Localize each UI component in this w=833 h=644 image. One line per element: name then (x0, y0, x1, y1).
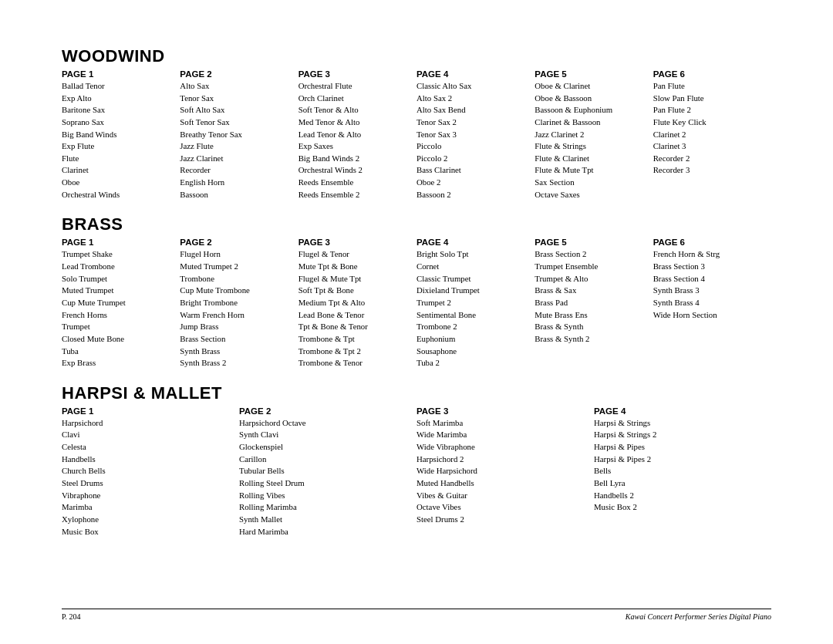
page-label-harpsi-mallet-4: PAGE 4 (594, 406, 764, 416)
list-item: Piccolo 2 (416, 153, 527, 165)
list-item: Wide Horn Section (653, 309, 764, 322)
list-item: Soft Marimba (416, 417, 586, 430)
list-item: Exp Alto (62, 93, 172, 105)
list-item: Soft Tenor Sax (180, 116, 290, 129)
list-item: Alto Sax (180, 80, 290, 93)
list-item: Clarinet & Bassoon (535, 116, 645, 129)
list-item: Flute Key Click (653, 116, 764, 129)
list-item: Cornet (416, 261, 527, 273)
list-item: Orch Clarinet (298, 93, 409, 105)
list-item: Sax Section (535, 177, 645, 189)
list-item: Oboe 2 (416, 177, 527, 189)
page-label-woodwind-5: PAGE 5 (535, 69, 645, 79)
columns-woodwind: PAGE 1Ballad TenorExp AltoBaritone SaxSo… (62, 69, 771, 201)
list-item: Trombone (180, 273, 290, 285)
list-item: Brass & Sax (535, 285, 645, 297)
col-woodwind-1: PAGE 1Ballad TenorExp AltoBaritone SaxSo… (62, 69, 180, 201)
page-label-harpsi-mallet-3: PAGE 3 (416, 406, 586, 416)
page-label-harpsi-mallet-2: PAGE 2 (239, 406, 409, 416)
list-item: Clarinet (62, 164, 172, 177)
list-item: Muted Handbells (416, 477, 586, 490)
list-item: Brass Pad (535, 297, 645, 309)
section-title-woodwind: WOODWIND (62, 46, 771, 66)
col-harpsi-mallet-2: PAGE 2Harpsichord OctaveSynth ClaviGlock… (239, 406, 416, 538)
col-woodwind-5: PAGE 5Oboe & ClarinetOboe & BassoonBasso… (535, 69, 653, 201)
list-item: Tenor Sax 3 (416, 129, 527, 141)
list-item: Big Band Winds (62, 129, 172, 141)
list-item: Soft Tenor & Alto (298, 104, 409, 116)
list-item: Music Box (62, 526, 231, 538)
list-item: Bright Solo Tpt (416, 248, 527, 261)
list-item: Lead Trombone (62, 261, 172, 273)
list-item: Bassoon (180, 189, 290, 201)
list-item: Marimba (62, 501, 231, 514)
page-label-woodwind-2: PAGE 2 (180, 69, 290, 79)
list-item: Orchestral Flute (298, 80, 409, 93)
list-item: Celesta (62, 441, 231, 453)
list-item: Euphonium (416, 333, 527, 346)
section-title-brass: BRASS (62, 214, 771, 234)
list-item: Soft Tpt & Bone (298, 285, 409, 297)
list-item: Jazz Flute (180, 140, 290, 153)
list-item: Ballad Tenor (62, 80, 172, 93)
list-item: Brass & Synth (535, 321, 645, 333)
list-item: Lead Bone & Tenor (298, 309, 409, 322)
list-item: Breathy Tenor Sax (180, 129, 290, 141)
list-item: Hard Marimba (239, 526, 409, 538)
list-item: Rolling Vibes (239, 490, 409, 502)
list-item: Reeds Ensemble 2 (298, 189, 409, 201)
col-woodwind-4: PAGE 4Classic Alto SaxAlto Sax 2Alto Sax… (416, 69, 535, 201)
list-item: Pan Flute 2 (653, 104, 764, 116)
list-item: Carillon (239, 453, 409, 466)
list-item: Alto Sax 2 (416, 93, 527, 105)
list-item: Orchestral Winds (62, 189, 172, 201)
page-label-brass-2: PAGE 2 (180, 238, 290, 247)
list-item: Slow Pan Flute (653, 93, 764, 105)
page-label-woodwind-1: PAGE 1 (62, 69, 172, 79)
list-item: Oboe & Bassoon (535, 93, 645, 105)
list-item: Harpsi & Strings 2 (594, 429, 764, 441)
col-brass-6: PAGE 6French Horn & StrgBrass Section 3B… (653, 238, 771, 369)
list-item: Vibraphone (62, 490, 231, 502)
list-item: Wide Harpsichord (416, 465, 586, 477)
list-item: Music Box 2 (594, 501, 764, 514)
list-item: Piccolo (416, 140, 527, 153)
list-item: Vibes & Guitar (416, 490, 586, 502)
list-item: Oboe (62, 177, 172, 189)
list-item: Flute & Mute Tpt (535, 164, 645, 177)
list-item: Harpsichord 2 (416, 453, 586, 466)
list-item: Dixieland Trumpet (416, 285, 527, 297)
list-item: Orchestral Winds 2 (298, 164, 409, 177)
list-item: Trombone & Tpt (298, 333, 409, 346)
list-item: Church Bells (62, 465, 231, 477)
list-item: Classic Alto Sax (416, 80, 527, 93)
list-item: Muted Trumpet (62, 285, 172, 297)
list-item: French Horn & Strg (653, 248, 764, 261)
list-item: Clavi (62, 429, 231, 441)
list-item: Brass Section 4 (653, 273, 764, 285)
columns-harpsi-mallet: PAGE 1HarpsichordClaviCelestaHandbellsCh… (62, 406, 771, 538)
list-item: Trumpet & Alto (535, 273, 645, 285)
page-label-woodwind-4: PAGE 4 (416, 69, 527, 79)
list-item: French Horns (62, 309, 172, 322)
list-item: Synth Clavi (239, 429, 409, 441)
list-item: Xylophone (62, 514, 231, 526)
col-brass-3: PAGE 3Flugel & TenorMute Tpt & BoneFluge… (298, 238, 416, 369)
list-item: Alto Sax Bend (416, 104, 527, 116)
list-item: Soprano Sax (62, 116, 172, 129)
list-item: Bassoon & Euphonium (535, 104, 645, 116)
page-label-brass-3: PAGE 3 (298, 238, 409, 247)
list-item: Tuba 2 (416, 357, 527, 369)
list-item: Recorder 2 (653, 153, 764, 165)
footer: P. 204 Kawai Concert Performer Series Di… (62, 609, 771, 621)
list-item: Mute Brass Ens (535, 309, 645, 322)
list-item: Synth Brass (180, 346, 290, 358)
col-woodwind-2: PAGE 2Alto SaxTenor SaxSoft Alto SaxSoft… (180, 69, 298, 201)
list-item: Harpsichord Octave (239, 417, 409, 430)
col-harpsi-mallet-3: PAGE 3Soft MarimbaWide MarimbaWide Vibra… (416, 406, 594, 538)
list-item: Trumpet 2 (416, 297, 527, 309)
list-item: Rolling Steel Drum (239, 477, 409, 490)
list-item: Exp Saxes (298, 140, 409, 153)
list-item: Bell Lyra (594, 477, 764, 490)
list-item: Oboe & Clarinet (535, 80, 645, 93)
